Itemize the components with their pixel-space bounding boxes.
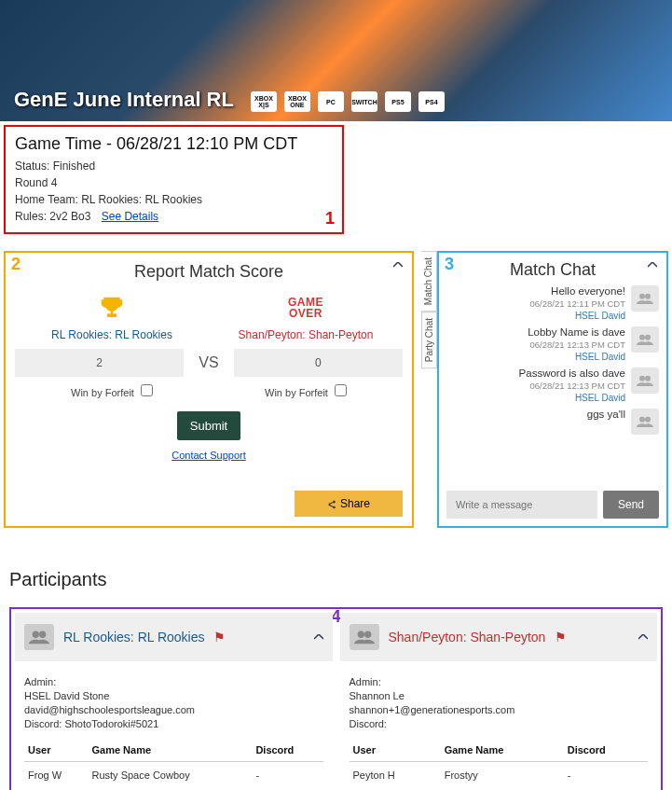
chevron-up-icon <box>638 634 648 640</box>
team-avatar-icon <box>350 624 379 650</box>
chat-title: Match Chat <box>446 260 659 280</box>
svg-point-3 <box>645 335 651 340</box>
status-line: Status: Finished <box>15 158 333 174</box>
admin-name: Shannon Le <box>350 690 649 701</box>
flag-icon[interactable]: ⚑ <box>555 630 567 644</box>
admin-label: Admin: <box>350 676 649 687</box>
see-details-link[interactable]: See Details <box>102 210 158 223</box>
send-button[interactable]: Send <box>603 491 659 519</box>
people-icon <box>637 415 653 428</box>
table-row: Frog W Rusty Space Cowboy - <box>24 762 323 789</box>
team2-header[interactable]: Shan/Peyton: Shan-Peyton ⚑ <box>340 613 658 661</box>
chat-tabs: Match Chat Party Chat <box>421 251 437 528</box>
svg-point-8 <box>33 631 39 638</box>
team1-forfeit: Win by Forfeit <box>15 384 209 398</box>
team2-score-input[interactable]: 0 <box>234 349 403 377</box>
avatar <box>631 409 659 435</box>
discord-line: Discord: <box>350 718 649 729</box>
platform-xbox-one: XBOX ONE <box>284 91 310 112</box>
team2-col: GAMEOVER Shan/Peyton: Shan-Peyton <box>209 291 403 341</box>
game-time-heading: Game Time - 06/28/21 12:10 PM CDT <box>15 134 333 154</box>
people-icon <box>29 630 49 644</box>
game-over-icon: GAMEOVER <box>209 291 403 325</box>
team1-forfeit-checkbox[interactable] <box>141 384 153 396</box>
trophy-icon <box>15 291 209 325</box>
svg-point-2 <box>639 335 645 340</box>
team-card-2: Shan/Peyton: Shan-Peyton ⚑ Admin: Shanno… <box>340 613 658 790</box>
chat-panel: 3 Match Chat Hello everyone! 06/28/21 12… <box>437 251 668 528</box>
share-icon <box>327 500 336 509</box>
share-button[interactable]: Share <box>295 491 403 517</box>
col-user: User <box>24 739 88 762</box>
flag-icon[interactable]: ⚑ <box>213 630 226 644</box>
svg-point-7 <box>645 417 651 423</box>
table-row: Peyton H Frostyy - <box>350 762 649 789</box>
annotation-marker-2: 2 <box>11 255 21 274</box>
col-discord: Discord <box>252 739 322 762</box>
game-time-panel: Game Time - 06/28/21 12:10 PM CDT Status… <box>4 125 344 234</box>
platform-ps4: PS4 <box>418 91 445 112</box>
team1-col: RL Rookies: RL Rookies <box>15 291 209 341</box>
vs-label: VS <box>184 354 233 371</box>
svg-point-10 <box>357 631 363 638</box>
report-score-panel: 2 Report Match Score RL Rookies: RL Rook… <box>4 251 414 528</box>
chevron-up-icon <box>393 262 403 268</box>
team2-collapse-toggle[interactable] <box>638 634 648 640</box>
svg-point-4 <box>639 376 645 381</box>
team2-forfeit: Win by Forfeit <box>209 384 403 398</box>
team1-name: RL Rookies: RL Rookies <box>15 328 209 341</box>
people-icon <box>637 333 653 346</box>
col-user: User <box>350 739 441 762</box>
svg-point-1 <box>645 294 651 299</box>
admin-label: Admin: <box>24 676 323 687</box>
submit-button[interactable]: Submit <box>177 411 240 440</box>
people-icon <box>637 374 653 387</box>
team1-score-input[interactable]: 2 <box>15 349 184 377</box>
col-game: Game Name <box>441 739 564 762</box>
tab-party-chat[interactable]: Party Chat <box>421 312 437 368</box>
svg-point-6 <box>639 417 645 423</box>
banner: GenE June Internal RL XBOX X|S XBOX ONE … <box>0 0 672 121</box>
discord-line: Discord: ShotoTodoroki#5021 <box>24 718 323 729</box>
platform-switch: SWITCH <box>351 91 377 112</box>
admin-email: david@highschoolesportsleague.com <box>24 704 323 715</box>
chat-messages[interactable]: Hello everyone! 06/28/21 12:11 PM CDT HS… <box>446 285 659 487</box>
admin-email: shannon+1@generationesports.com <box>350 704 649 715</box>
rules-line: Rules: 2v2 Bo3 See Details <box>15 208 333 225</box>
annotation-marker-1: 1 <box>325 209 335 229</box>
team-card-1: RL Rookies: RL Rookies ⚑ Admin: HSEL Dav… <box>15 613 333 790</box>
avatar <box>631 367 659 394</box>
chat-input[interactable] <box>446 491 597 519</box>
chevron-up-icon <box>314 634 323 640</box>
people-icon <box>637 292 653 305</box>
svg-point-0 <box>639 294 645 299</box>
admin-name: HSEL David Stone <box>24 690 323 701</box>
collapse-toggle[interactable] <box>393 262 403 268</box>
team1-header[interactable]: RL Rookies: RL Rookies ⚑ <box>15 613 333 661</box>
team1-name: RL Rookies: RL Rookies <box>63 630 204 644</box>
avatar <box>631 326 659 353</box>
tournament-title: GenE June Internal RL <box>14 88 234 112</box>
annotation-marker-3: 3 <box>445 255 454 274</box>
team1-collapse-toggle[interactable] <box>314 634 323 640</box>
team2-forfeit-checkbox[interactable] <box>335 384 347 396</box>
chat-collapse-toggle[interactable] <box>648 262 657 268</box>
platform-ps5: PS5 <box>385 91 411 112</box>
home-team-line: Home Team: RL Rookies: RL Rookies <box>15 191 333 208</box>
chat-message: Lobby Name is dave 06/28/21 12:13 PM CDT… <box>446 326 659 362</box>
report-title: Report Match Score <box>15 262 403 282</box>
avatar <box>631 285 659 312</box>
col-game: Game Name <box>88 739 252 762</box>
team2-name: Shan/Peyton: Shan-Peyton <box>209 328 403 341</box>
team2-name: Shan/Peyton: Shan-Peyton <box>389 630 546 644</box>
chevron-up-icon <box>648 262 657 268</box>
team-avatar-icon <box>24 624 54 650</box>
contact-support-link[interactable]: Contact Support <box>15 450 403 461</box>
svg-point-11 <box>364 631 371 638</box>
svg-point-9 <box>39 631 46 638</box>
team2-roster-table: User Game Name Discord Peyton H Frostyy … <box>350 739 649 788</box>
tab-match-chat[interactable]: Match Chat <box>421 251 437 312</box>
people-icon <box>354 630 375 644</box>
chat-message: Hello everyone! 06/28/21 12:11 PM CDT HS… <box>446 285 659 321</box>
chat-message: ggs ya'll <box>446 409 659 435</box>
